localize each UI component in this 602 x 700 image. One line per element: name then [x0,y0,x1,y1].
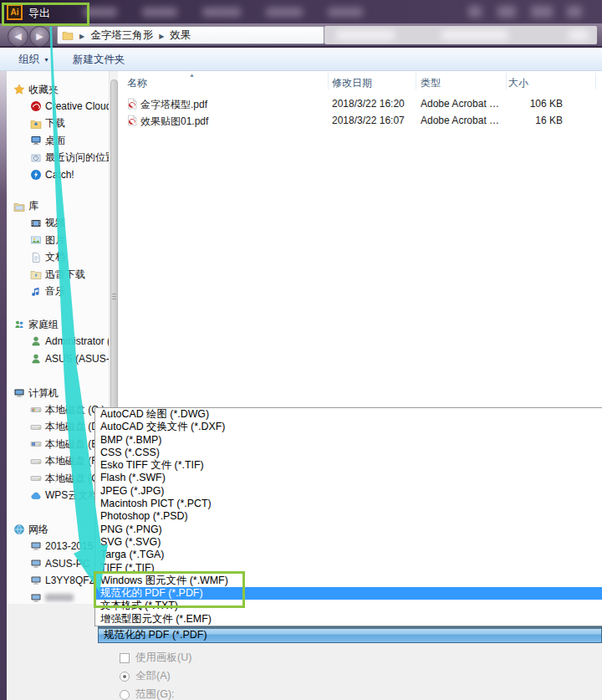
column-header-name[interactable]: 名称 [127,76,147,91]
sidebar-item[interactable]: Administrator (L [7,333,110,350]
blurred-search-box [324,26,597,44]
sidebar-item[interactable]: 文档 [7,249,110,267]
sidebar-item[interactable]: Creative Cloud [7,98,110,115]
format-option[interactable]: Esko TIFF 文件 (*.TIF) [95,459,602,472]
file-row[interactable]: 效果贴图01.pdf2018/3/22 16:07Adobe Acrobat …… [118,113,602,129]
format-option[interactable]: TIFF (*.TIF) [95,562,602,575]
sidebar-item[interactable]: ASUS (ASUS-PC [7,350,110,368]
pdf-file-icon [126,98,138,110]
blurred-menu-item [266,8,303,17]
save-type-combobox[interactable]: 规范化的 PDF (*.PDF) [98,626,602,643]
use-artboards-label: 使用画板(U) [135,651,191,665]
breadcrumb-separator-icon: ▶ [79,33,84,40]
blurred-menu-item [202,8,241,17]
range-label: 范围(G): [135,687,175,700]
blurred-toolbar-icon [468,6,482,18]
user-icon [30,353,42,365]
sidebar-item[interactable]: 图片 [7,232,110,249]
new-folder-button[interactable]: 新建文件夹 [73,53,125,67]
range-radio[interactable] [120,690,130,700]
breadcrumb-item[interactable]: 金字塔三角形 [90,29,153,41]
sidebar-section-header[interactable]: 收藏夹 [7,81,110,98]
forward-button[interactable]: ▶ [29,26,50,47]
folder-icon [62,29,74,41]
sidebar-item[interactable]: 最近访问的位置 [7,150,110,167]
format-option[interactable]: Macintosh PICT (*.PCT) [95,498,602,510]
breadcrumb[interactable]: ▶金字塔三角形▶效果 [57,26,324,44]
format-option[interactable]: SVG (*.SVG) [95,536,602,549]
column-header-size[interactable]: 大小 [508,76,528,91]
sidebar-item[interactable]: 桌面 [7,132,110,150]
sidebar-section-header[interactable]: 库 [7,198,110,215]
export-dialog-window: Ai 导出 ◀ ▶ ▶金字塔三角形▶效果 组织 ▼ 新建文件夹 [0,0,602,700]
format-option[interactable]: AutoCAD 绘图 (*.DWG) [95,408,602,421]
use-artboards-checkbox[interactable] [120,653,130,663]
format-option[interactable]: Targa (*.TGA) [95,549,602,561]
creative-cloud-icon [30,100,42,112]
sidebar-item[interactable]: 迅雷下载 [7,266,110,284]
back-button[interactable]: ◀ [8,26,28,47]
column-header-modified[interactable]: 修改日期 [332,76,372,91]
music-icon [30,286,42,298]
catch-icon [30,169,42,181]
format-option[interactable]: Photoshop (*.PSD) [95,510,602,523]
sidebar-section: 库视频图片文档迅雷下载音乐 [7,198,110,301]
address-bar: ◀ ▶ ▶金字塔三角形▶效果 [0,23,602,48]
blurred-label [45,594,74,601]
network-pc-icon [30,592,42,604]
network-pc-icon [30,540,42,552]
drive-system-icon [30,404,42,416]
use-artboards-option: 使用画板(U) [120,651,191,665]
sidebar-section-header[interactable]: 计算机 [7,385,110,401]
blurred-menu-item [84,8,117,17]
file-size: 16 KB [486,115,563,126]
drive-icon [30,422,42,433]
downloads-folder-icon [30,118,42,130]
all-label: 全部(A) [135,669,171,683]
sidebar-section-header[interactable]: 家庭组 [7,316,110,333]
format-option[interactable]: 增强型图元文件 (*.EMF) [95,613,602,626]
format-option[interactable]: Windows 图元文件 (*.WMF) [95,575,602,587]
sidebar-item[interactable]: 视频 [7,215,110,232]
favorites-star-icon [13,84,25,95]
blurred-toolbar-icon [497,6,516,18]
blurred-menu-item [142,8,177,17]
file-name: 效果贴图01.pdf [140,115,208,129]
breadcrumb-item[interactable]: 效果 [170,29,191,41]
format-option[interactable]: BMP (*.BMP) [95,434,602,447]
blurred-toolbar-icon [567,6,582,18]
file-row[interactable]: 金字塔模型.pdf2018/3/22 16:20Adobe Acrobat …1… [118,96,602,112]
format-option[interactable]: Flash (*.SWF) [95,472,602,484]
file-size: 106 KB [486,98,563,110]
breadcrumb-separator-icon: ▶ [159,33,164,40]
homegroup-icon [13,319,25,330]
chevron-down-icon: ▼ [43,57,49,63]
sidebar-section: 收藏夹Creative Cloud下载桌面最近访问的位置Catch! [7,81,110,184]
format-option[interactable]: 文本格式 (*.TXT) [95,600,602,612]
sidebar-item[interactable]: Catch! [7,166,110,184]
videos-icon [30,217,42,229]
save-type-dropdown-list: AutoCAD 绘图 (*.DWG)AutoCAD 交换文件 (*.DXF)BM… [94,407,602,626]
title-bar: Ai 导出 [0,0,602,23]
all-radio[interactable] [120,672,130,682]
format-option[interactable]: CSS (*.CSS) [95,447,602,459]
network-pc-icon [30,575,42,586]
thunder-folder-icon [30,268,42,280]
pdf-file-icon [126,115,138,126]
column-header-type[interactable]: 类型 [421,76,441,91]
network-pc-icon [30,558,42,570]
format-option[interactable]: 规范化的 PDF (*.PDF) [95,587,602,600]
format-option[interactable]: PNG (*.PNG) [95,524,602,536]
drive-media-icon [30,438,42,450]
organize-menu-button[interactable]: 组织 ▼ [18,53,49,67]
format-option[interactable]: AutoCAD 交换文件 (*.DXF) [95,421,602,433]
new-folder-label: 新建文件夹 [73,53,125,67]
sidebar-item[interactable]: 下载 [7,115,110,133]
all-option: 全部(A) [120,669,171,683]
range-option: 范围(G): [120,687,175,700]
file-modified: 2018/3/22 16:07 [332,115,405,126]
sort-ascending-icon: ▲ [189,72,195,78]
sidebar-item[interactable]: 音乐 [7,284,110,301]
format-option[interactable]: JPEG (*.JPG) [95,485,602,498]
window-title: 导出 [28,6,50,21]
